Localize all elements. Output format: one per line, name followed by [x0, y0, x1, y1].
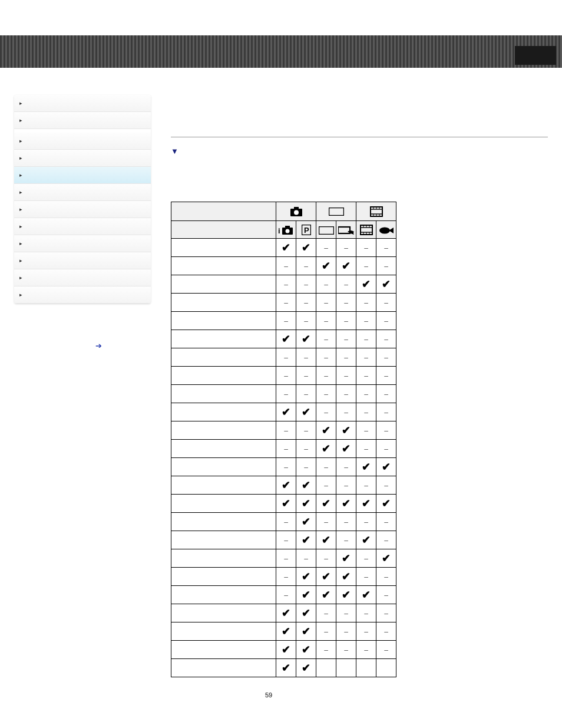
cell: –	[316, 239, 336, 257]
cell: ✔	[276, 659, 296, 677]
cell: ✔	[296, 586, 316, 604]
cell: –	[296, 385, 316, 403]
sidebar-item-0[interactable]	[14, 95, 151, 112]
cell: –	[376, 622, 396, 641]
cell: –	[296, 367, 316, 385]
svg-point-30	[379, 228, 390, 234]
cell: –	[316, 367, 336, 385]
sidebar-item-11[interactable]	[14, 286, 151, 304]
cell: –	[376, 586, 396, 604]
table-row: –✔––––	[171, 513, 396, 531]
cell: –	[276, 385, 296, 403]
cell: ✔	[336, 568, 356, 586]
marker-icon: ▼	[171, 147, 178, 156]
sidebar-item-2[interactable]	[14, 133, 151, 150]
cell: –	[376, 641, 396, 659]
cell: –	[376, 294, 396, 312]
cell: –	[276, 275, 296, 294]
cell: –	[316, 385, 336, 403]
sidebar-item-6[interactable]	[14, 201, 151, 218]
cell	[336, 659, 356, 677]
row-label	[171, 476, 276, 495]
sidebar-item-4[interactable]	[14, 167, 151, 184]
cell: ✔	[316, 257, 336, 275]
cell: –	[356, 622, 376, 641]
cell: –	[296, 458, 316, 476]
cell: –	[356, 257, 376, 275]
cell: –	[356, 476, 376, 495]
cell: ✔	[316, 586, 336, 604]
sidebar-item-10[interactable]	[14, 269, 151, 286]
cell: ✔	[356, 275, 376, 294]
cell	[376, 659, 396, 677]
sidebar-item-5[interactable]	[14, 184, 151, 201]
cell: –	[276, 421, 296, 440]
cell: –	[376, 367, 396, 385]
cell: ✔	[296, 531, 316, 549]
sidebar-item-1[interactable]	[14, 112, 151, 129]
cell: –	[376, 604, 396, 622]
cell: –	[276, 458, 296, 476]
cell: ✔	[296, 495, 316, 513]
row-label	[171, 495, 276, 513]
cell: –	[376, 403, 396, 421]
cell: –	[316, 604, 336, 622]
table-row: ✔✔––––	[171, 403, 396, 421]
cell: ✔	[296, 403, 316, 421]
cell: ✔	[356, 531, 376, 549]
table-row: ✔✔––––	[171, 641, 396, 659]
cell: –	[316, 549, 336, 568]
sidebar-item-3[interactable]	[14, 150, 151, 167]
svg-text:i: i	[278, 226, 280, 235]
cell: –	[376, 385, 396, 403]
cell: –	[356, 239, 376, 257]
table-row: ✔✔✔✔✔✔	[171, 495, 396, 513]
cell: ✔	[276, 239, 296, 257]
table-row: ––✔✔––	[171, 440, 396, 458]
cell: –	[276, 257, 296, 275]
table-row: ––––✔✔	[171, 458, 396, 476]
cell: –	[336, 513, 356, 531]
col-movie-uw-icon	[376, 221, 396, 239]
row-label	[171, 659, 276, 677]
sidebar-item-7[interactable]	[14, 218, 151, 235]
cell: ✔	[296, 330, 316, 348]
cell: –	[376, 421, 396, 440]
cell: –	[316, 348, 336, 367]
cell: ✔	[316, 440, 336, 458]
row-label	[171, 458, 276, 476]
content: ▼ i P	[171, 132, 548, 677]
sidebar-item-8[interactable]	[14, 235, 151, 252]
table-sub-header: i P	[171, 221, 396, 239]
cell: –	[336, 330, 356, 348]
sidebar-item-9[interactable]	[14, 252, 151, 269]
cell: –	[316, 641, 336, 659]
cell: –	[276, 367, 296, 385]
cell: ✔	[376, 495, 396, 513]
group-movie-icon	[356, 202, 396, 221]
table-row: ––––––	[171, 385, 396, 403]
cell: –	[316, 476, 336, 495]
cell: –	[276, 531, 296, 549]
col-sweep-uw-icon	[336, 221, 356, 239]
row-label	[171, 641, 276, 659]
cell: –	[296, 275, 316, 294]
cell: –	[356, 513, 376, 531]
cell: ✔	[276, 495, 296, 513]
cell: –	[296, 312, 316, 330]
svg-point-2	[294, 210, 299, 215]
row-label	[171, 275, 276, 294]
cell: ✔	[376, 275, 396, 294]
cell: –	[356, 330, 376, 348]
row-label	[171, 586, 276, 604]
cell: ✔	[296, 568, 316, 586]
cell: –	[276, 312, 296, 330]
row-label	[171, 421, 276, 440]
cell: ✔	[276, 403, 296, 421]
cell: –	[296, 421, 316, 440]
cell: ✔	[356, 586, 376, 604]
cell: –	[356, 385, 376, 403]
col-movie-icon	[356, 221, 376, 239]
header-dark-box	[515, 46, 556, 65]
row-label	[171, 604, 276, 622]
